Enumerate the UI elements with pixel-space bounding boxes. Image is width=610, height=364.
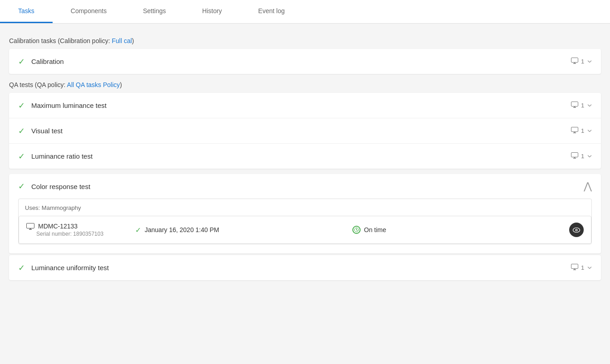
qa-section-label: QA tests (QA policy: All QA tasks Policy… [9,81,601,88]
monitor-icon-device [26,223,34,230]
svg-rect-0 [571,58,578,63]
task-row-color-response[interactable]: ✓ Color response test ⋀ [9,174,601,199]
check-icon-date: ✓ [135,226,141,234]
svg-rect-9 [571,153,578,157]
chevron-down-icon-max-luminance: › [585,104,595,107]
task-meta-calibration: 1 [571,58,584,65]
tab-tasks[interactable]: Tasks [0,0,53,23]
clock-icon [352,226,361,234]
comment-count-luminance-ratio: 1 [581,153,584,160]
color-response-expanded-body: Uses: Mammography MDMC-12133 Serial numb… [9,199,601,253]
uses-label: Uses: Mammography [19,199,591,216]
check-icon-max-luminance: ✓ [18,101,25,111]
task-name-max-luminance: Maximum luminance test [31,102,571,109]
task-row-luminance-uniformity[interactable]: ✓ Luminance uniformity test 1 › [9,255,601,280]
check-icon-luminance-uniformity: ✓ [18,263,25,273]
task-meta-luminance-ratio: 1 [571,152,584,160]
qa-task-group-top: ✓ Maximum luminance test 1 › ✓ Visual te… [9,93,601,169]
task-name-visual: Visual test [31,127,571,135]
check-icon-luminance-ratio: ✓ [18,151,25,161]
svg-rect-21 [571,264,578,269]
svg-rect-3 [571,102,578,107]
qa-policy-link[interactable]: All QA tasks Policy [67,81,120,88]
main-content: Calibration tasks (Calibration policy: F… [0,24,610,359]
on-time-label: On time [364,226,386,233]
task-meta-visual: 1 [571,127,584,135]
task-meta-luminance-uniformity: 1 [571,264,584,272]
svg-line-17 [356,230,357,231]
monitor-icon-luminance-ratio [571,152,578,160]
calibration-section-label: Calibration tasks (Calibration policy: F… [9,37,601,44]
view-button[interactable] [569,223,584,237]
chevron-down-icon-visual: › [585,129,595,132]
date-value: January 16, 2020 1:40 PM [145,226,219,233]
task-row-luminance-ratio[interactable]: ✓ Luminance ratio test 1 › [9,144,601,169]
task-row-max-luminance[interactable]: ✓ Maximum luminance test 1 › [9,93,601,118]
date-column: ✓ January 16, 2020 1:40 PM [135,226,352,234]
device-info: MDMC-12133 Serial number: 1890357103 [26,223,135,237]
tab-components[interactable]: Components [53,0,125,23]
comment-count-luminance-uniformity: 1 [581,264,584,271]
task-row-visual[interactable]: ✓ Visual test 1 › [9,118,601,144]
calibration-policy-link[interactable]: Full cal [112,37,132,44]
task-name-calibration: Calibration [31,58,571,65]
on-time-column: On time [352,226,570,234]
check-icon-visual: ✓ [18,126,25,136]
tab-event-log[interactable]: Event log [240,0,303,23]
tab-settings[interactable]: Settings [125,0,184,23]
device-name-label: MDMC-12133 [26,223,135,230]
task-name-luminance-ratio: Luminance ratio test [31,152,571,160]
comment-count-visual: 1 [581,127,584,134]
monitor-icon-visual [571,127,578,135]
device-serial: Serial number: 1890357103 [26,231,135,237]
monitor-icon-calibration [571,58,578,65]
task-name-luminance-uniformity: Luminance uniformity test [31,264,571,272]
check-icon-color-response: ✓ [18,181,25,191]
task-name-color-response: Color response test [31,183,584,190]
svg-rect-12 [27,223,34,228]
check-icon-calibration: ✓ [18,57,25,67]
chevron-down-icon-luminance-ratio: › [585,155,595,158]
chevron-down-icon-calibration: › [585,60,595,63]
device-row: MDMC-12133 Serial number: 1890357103 ✓ J… [19,216,591,244]
svg-point-20 [576,229,577,230]
task-meta-max-luminance: 1 [571,102,584,109]
comment-count-calibration: 1 [581,58,584,65]
monitor-icon-max-luminance [571,102,578,109]
color-response-task-card: ✓ Color response test ⋀ Uses: Mammograph… [9,174,601,253]
device-name-text: MDMC-12133 [38,223,78,230]
task-row-calibration[interactable]: ✓ Calibration 1 › [9,49,601,74]
monitor-icon-luminance-uniformity [571,264,578,272]
svg-rect-6 [571,127,578,132]
luminance-uniformity-task-group: ✓ Luminance uniformity test 1 › [9,255,601,280]
tab-bar: Tasks Components Settings History Event … [0,0,610,24]
chevron-up-icon-color-response: ⋀ [584,181,592,191]
comment-count-max-luminance: 1 [581,102,584,109]
chevron-down-icon-luminance-uniformity: › [585,266,595,269]
calibration-task-group: ✓ Calibration 1 › [9,49,601,74]
tab-history[interactable]: History [184,0,240,23]
